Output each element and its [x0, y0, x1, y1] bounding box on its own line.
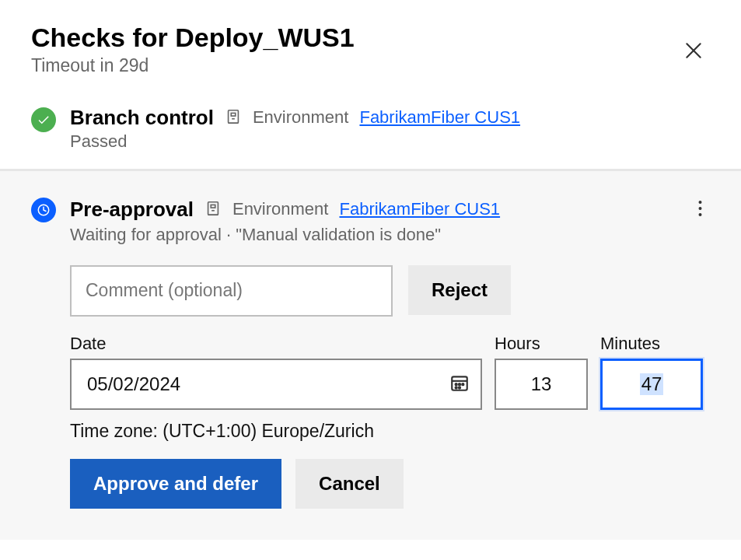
branch-control-title: Branch control — [70, 106, 214, 130]
pre-approval-section: Pre-approval Environment FabrikamFiber C… — [0, 169, 741, 540]
svg-rect-2 — [229, 110, 239, 124]
environment-label: Environment — [253, 107, 349, 128]
hours-label: Hours — [495, 334, 588, 354]
dialog-subtitle: Timeout in 29d — [31, 55, 355, 76]
branch-control-section: Branch control Environment FabrikamFiber… — [0, 92, 741, 169]
more-actions-button[interactable] — [690, 196, 710, 223]
comment-input[interactable] — [70, 265, 393, 317]
pre-approval-status: Waiting for approval · "Manual validatio… — [70, 225, 710, 245]
svg-rect-4 — [231, 114, 236, 117]
date-label: Date — [70, 334, 482, 354]
environment-icon — [204, 200, 222, 219]
svg-point-12 — [699, 207, 702, 210]
close-icon — [683, 51, 704, 63]
dialog-header: Checks for Deploy_WUS1 Timeout in 29d — [0, 0, 741, 92]
svg-rect-9 — [211, 205, 215, 208]
close-button[interactable] — [677, 34, 710, 69]
date-input[interactable] — [70, 359, 482, 410]
reject-button[interactable]: Reject — [408, 265, 511, 315]
timezone-text: Time zone: (UTC+1:00) Europe/Zurich — [70, 421, 710, 442]
environment-link[interactable]: FabrikamFiber CUS1 — [339, 199, 500, 219]
dialog-title: Checks for Deploy_WUS1 — [31, 22, 355, 54]
check-pass-icon — [31, 107, 56, 132]
more-vertical-icon — [698, 207, 702, 219]
clock-icon — [31, 198, 56, 222]
minutes-value: 47 — [640, 373, 664, 395]
environment-icon — [225, 108, 242, 127]
svg-point-11 — [699, 201, 702, 204]
pre-approval-title: Pre-approval — [70, 198, 194, 222]
cancel-button[interactable]: Cancel — [295, 459, 404, 509]
minutes-input[interactable]: 47 — [600, 359, 703, 410]
svg-point-13 — [699, 213, 702, 216]
minutes-label: Minutes — [600, 334, 703, 354]
branch-control-status: Passed — [70, 131, 710, 152]
hours-input[interactable] — [495, 359, 588, 410]
svg-rect-7 — [208, 202, 218, 215]
environment-label: Environment — [232, 199, 329, 219]
approve-defer-button[interactable]: Approve and defer — [70, 459, 281, 509]
environment-link[interactable]: FabrikamFiber CUS1 — [359, 107, 520, 128]
